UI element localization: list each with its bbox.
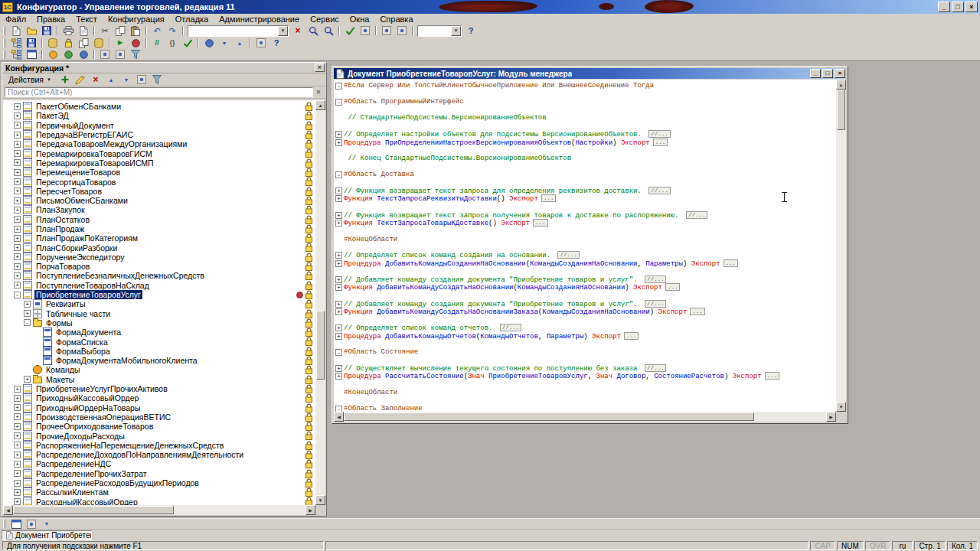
expand-icon[interactable]: + [14, 480, 21, 487]
expand-icon[interactable]: + [14, 141, 21, 148]
delete-object-button[interactable]: × [88, 74, 103, 86]
scroll-right-arrow-icon[interactable]: ▶ [826, 412, 836, 422]
editor-close-button[interactable]: × [835, 69, 845, 78]
help-button[interactable]: ? [463, 25, 479, 37]
tree-item[interactable]: ФормаСписка [3, 337, 315, 346]
tree-item[interactable]: +ПередачаТоваровМеждуОрганизациями [3, 139, 315, 148]
scroll-left-arrow-icon[interactable]: ◀ [334, 412, 344, 422]
collapsed-code-box[interactable]: //... [645, 276, 667, 283]
actions-menu-button[interactable]: Действия ▼ [5, 74, 55, 85]
collapsed-code-box[interactable]: //... [645, 300, 667, 308]
fold-expand-icon[interactable]: + [335, 284, 342, 291]
editor-vertical-scrollbar[interactable]: ▲▼ [836, 80, 846, 412]
tree-item[interactable]: +ПоступлениеТоваровНаСклад [3, 281, 315, 290]
dropdown-arrow-icon[interactable]: ▼ [278, 26, 288, 36]
expand-icon[interactable]: + [14, 442, 21, 448]
format-block-button[interactable]: {} [165, 37, 180, 49]
move-down-button[interactable]: ▼ [119, 74, 134, 86]
configuration-panel-toggle[interactable] [8, 518, 24, 530]
collapsed-code-box[interactable]: ... [665, 283, 681, 291]
edit-object-button[interactable] [73, 74, 88, 86]
tree-vertical-scrollbar[interactable]: ▲▼ [315, 100, 325, 505]
expand-icon[interactable]: + [14, 452, 21, 458]
expand-icon[interactable]: + [14, 282, 21, 289]
expand-icon[interactable]: + [14, 272, 21, 279]
menu-debug[interactable]: Отладка [170, 14, 214, 24]
collapsed-code-box[interactable]: //... [645, 364, 667, 372]
tree-item[interactable]: +Реквизиты [3, 299, 315, 308]
clear-search-button[interactable]: × [290, 25, 305, 37]
paste-button[interactable] [128, 25, 143, 37]
tree-item[interactable]: +ПриходныйКассовыйОрдер [3, 393, 315, 403]
expand-icon[interactable]: + [14, 244, 21, 251]
tree-item[interactable]: +ПланОстатков [3, 215, 315, 224]
tree-item[interactable]: +РаспоряжениеНаПеремещениеДенежныхСредст… [3, 441, 315, 450]
editor-minimize-button[interactable]: _ [810, 69, 821, 78]
tree-item[interactable]: +РассылкиКлиентам [3, 487, 315, 497]
tree-item[interactable]: +ПланПродаж [3, 224, 315, 233]
search-text-combo-input[interactable] [188, 27, 278, 35]
dropdown-arrow-icon[interactable]: ▼ [451, 26, 461, 36]
expand-icon[interactable]: + [14, 461, 21, 468]
collapsed-code-box[interactable]: ... [724, 259, 739, 267]
fold-expand-icon[interactable]: + [335, 276, 342, 283]
expand-icon[interactable]: + [14, 489, 21, 496]
collapsed-code-box[interactable]: ... [533, 219, 548, 227]
tree-item[interactable]: +ПроизводственнаяОперацияВЕТИС [3, 412, 315, 422]
expand-icon[interactable]: + [14, 112, 21, 119]
clear-search-icon[interactable]: × [313, 88, 324, 96]
window-select-combo[interactable]: ▼ [417, 25, 462, 37]
tree-item[interactable]: +ПоручениеЭкспедитору [3, 253, 315, 262]
fold-expand-icon[interactable]: + [335, 333, 342, 340]
expand-icon[interactable]: + [14, 122, 21, 129]
tree-item[interactable]: +РаспределениеДоходовПоНаправлениямДеяте… [3, 450, 315, 459]
maximize-button[interactable]: □ [952, 2, 964, 12]
code-area[interactable]: -#Если Сервер Или ТолстыйКлиентОбычноеПр… [334, 80, 836, 412]
calendar-button[interactable] [394, 25, 410, 37]
tree-item[interactable]: +ПеремещениеТоваров [3, 168, 315, 177]
tree-item[interactable]: +ПакетОбменСБанками [3, 102, 315, 111]
scrollbar-thumb[interactable] [13, 506, 174, 514]
sort-button[interactable] [134, 74, 149, 86]
search-input[interactable] [5, 87, 313, 97]
fold-expand-icon[interactable]: + [335, 301, 342, 308]
save-configuration-button[interactable] [24, 37, 39, 49]
expand-all-button[interactable] [113, 49, 128, 60]
fold-expand-icon[interactable]: + [335, 187, 342, 194]
open-configuration-button[interactable] [8, 37, 24, 49]
fold-collapse-icon[interactable]: - [335, 83, 342, 90]
expand-icon[interactable]: + [14, 207, 21, 214]
minimize-button[interactable]: _ [938, 2, 950, 12]
comment-block-button[interactable]: // [149, 37, 165, 49]
fold-expand-icon[interactable]: + [335, 308, 342, 315]
check-module-button[interactable] [180, 37, 195, 49]
expand-icon[interactable]: + [14, 432, 21, 439]
tree-item[interactable]: +ПланСборкиРазборки [3, 243, 315, 252]
fold-collapse-icon[interactable]: - [335, 99, 342, 106]
expand-icon[interactable]: + [24, 301, 31, 308]
tree-item[interactable]: +ПриобретениеУслугПрочихАктивов [3, 384, 315, 393]
scrollbar-thumb[interactable] [837, 90, 845, 130]
tree-item[interactable]: +Табличные части [3, 309, 315, 318]
tree-item[interactable]: +ПриходныйОрдерНаТовары [3, 403, 315, 412]
panels-list-button[interactable]: ▼ [39, 518, 54, 530]
tree-item[interactable]: -Формы [3, 318, 315, 328]
scroll-right-arrow-icon[interactable]: ▶ [305, 505, 315, 515]
fold-expand-icon[interactable]: + [335, 324, 342, 331]
collapsed-code-box[interactable]: //... [557, 251, 580, 259]
new-window-button[interactable] [24, 49, 39, 60]
functional-options-button[interactable] [60, 49, 76, 60]
copy-button[interactable] [113, 25, 128, 37]
find-in-files-button[interactable] [321, 25, 336, 37]
filter-settings-button[interactable] [128, 49, 143, 60]
panel-close-icon[interactable]: × [315, 64, 325, 72]
configuration-store-button[interactable] [45, 37, 60, 49]
fold-expand-icon[interactable]: + [335, 139, 342, 146]
expand-icon[interactable]: + [14, 413, 21, 420]
fold-expand-icon[interactable]: + [335, 252, 342, 259]
filter-button[interactable] [149, 74, 165, 86]
menu-configuration[interactable]: Конфигурация [103, 14, 170, 24]
expand-icon[interactable]: + [14, 423, 21, 430]
menu-text[interactable]: Текст [70, 14, 103, 24]
expand-icon[interactable]: + [24, 376, 31, 383]
